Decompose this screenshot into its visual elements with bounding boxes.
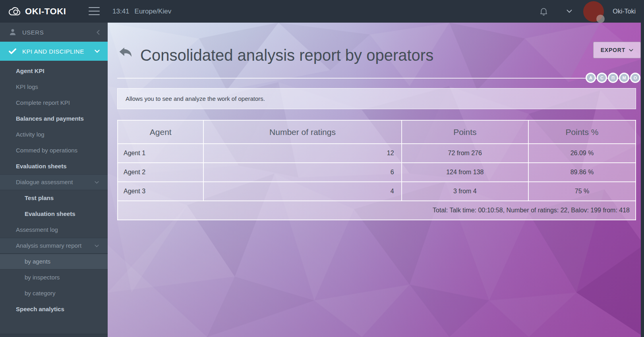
chevron-down-icon	[95, 238, 99, 253]
sidebar-item-test-plans[interactable]: Test plans	[0, 190, 108, 206]
sidebar-item-speech-analytics[interactable]: Speech analytics	[0, 301, 108, 317]
sidebar-item-activity-log[interactable]: Activity log	[0, 127, 108, 143]
sidebar-item-label: Complete report KPI	[16, 99, 70, 106]
sidebar-item-label: Evaluation sheets	[16, 163, 67, 169]
cell-agent: Agent 1	[118, 144, 203, 163]
sidebar-item-label: Commed by operations	[16, 147, 77, 154]
time-text: 13:41	[112, 8, 130, 15]
info-banner: Allows you to see and analyze the work o…	[117, 88, 636, 109]
sidebar-section-users[interactable]: USERS	[0, 23, 108, 42]
sidebar-item-label: by category	[25, 290, 56, 297]
account-menu-chevron-icon[interactable]	[567, 10, 572, 13]
cell-points: 124 from 138	[402, 163, 528, 182]
cell-agent: Agent 2	[118, 163, 203, 182]
section-badge-o[interactable]: O	[630, 73, 640, 83]
sidebar-item-label: Assessment log	[16, 226, 58, 233]
table-row: Agent 2 6 124 from 138 89.86 %	[118, 163, 636, 182]
sidebar-item-label: Balances and payments	[16, 115, 84, 122]
section-badges: A C П M O	[586, 73, 640, 83]
main-content: Consolidated analysis report by operator…	[108, 23, 644, 337]
cell-agent: Agent 3	[118, 182, 203, 201]
section-badge-p[interactable]: П	[608, 73, 618, 83]
sidebar-section-label: KPI AND DISCIPLINE	[22, 48, 84, 55]
section-badge-c[interactable]: C	[597, 73, 607, 83]
col-header-number-of-ratings: Number of ratings	[203, 120, 401, 144]
app-root: OKI-TOKI 13:41 Europe/Kiev Oki-Toki	[0, 0, 644, 337]
sidebar-section-kpi-and-discipline[interactable]: KPI AND DISCIPLINE	[0, 42, 108, 61]
sidebar-item-balances-and-payments[interactable]: Balances and payments	[0, 111, 108, 127]
table-footer-total: Total: Talk time: 00:10:58, Number of ra…	[118, 201, 636, 220]
cell-number-of-ratings: 6	[203, 163, 401, 182]
back-arrow-icon	[119, 47, 132, 59]
sidebar-item-analysis-summary-report[interactable]: Analysis summary report	[0, 238, 108, 254]
sidebar-bottom-divider	[0, 334, 108, 337]
report-table: Agent Number of ratings Points Points % …	[117, 120, 636, 220]
report-page: Consolidated analysis report by operator…	[117, 23, 636, 337]
sidebar-item-evaluation-sheets[interactable]: Evaluation sheets	[0, 158, 108, 174]
chevron-left-icon	[97, 30, 100, 35]
notifications-bell-icon[interactable]	[539, 7, 548, 16]
chevron-down-icon	[95, 175, 99, 190]
section-badge-m[interactable]: M	[619, 73, 629, 83]
timezone-text: Europe/Kiev	[135, 8, 172, 15]
col-header-points: Points	[402, 120, 528, 144]
user-icon	[9, 28, 17, 36]
right-edge-strip	[641, 23, 644, 337]
brand-logo[interactable]: OKI-TOKI	[8, 0, 66, 23]
title-divider	[117, 78, 636, 79]
table-row: Agent 3 4 3 from 4 75 %	[118, 182, 636, 201]
page-title: Consolidated analysis report by operator…	[140, 45, 433, 65]
table-row: Agent 1 12 72 from 276 26.09 %	[118, 144, 636, 163]
sidebar-item-label: by agents	[25, 258, 50, 265]
table-footer-row: Total: Talk time: 00:10:58, Number of ra…	[118, 201, 636, 220]
col-header-agent: Agent	[118, 120, 203, 144]
avatar[interactable]	[583, 1, 604, 22]
sidebar-item-by-category[interactable]: by category	[0, 285, 108, 301]
account-name[interactable]: Oki-Toki	[613, 8, 636, 15]
sidebar: USERS KPI AND DISCIPLINE Agent KPI KPI l…	[0, 23, 108, 337]
cell-number-of-ratings: 12	[203, 144, 401, 163]
sidebar-item-label: Activity log	[16, 131, 44, 138]
info-banner-text: Allows you to see and analyze the work o…	[118, 95, 265, 102]
sidebar-item-label: KPI logs	[16, 83, 38, 90]
check-icon	[9, 48, 16, 54]
export-button[interactable]: EXPORT	[593, 42, 641, 58]
export-button-label: EXPORT	[601, 47, 625, 53]
sidebar-item-label: Test plans	[25, 194, 54, 201]
cell-points-percent: 26.09 %	[528, 144, 636, 163]
sidebar-item-evaluation-sheets-sub[interactable]: Evaluation sheets	[0, 206, 108, 222]
cell-points-percent: 89.86 %	[528, 163, 636, 182]
sidebar-item-label: Dialogue assessment	[16, 179, 73, 185]
sidebar-section-label: USERS	[22, 29, 44, 36]
sidebar-item-label: Agent KPI	[16, 67, 44, 74]
cell-number-of-ratings: 4	[203, 182, 401, 201]
cell-points-percent: 75 %	[528, 182, 636, 201]
menu-toggle-button[interactable]	[89, 7, 100, 15]
col-header-points-percent: Points %	[528, 120, 636, 144]
chevron-down-icon	[95, 50, 100, 53]
chevron-down-icon	[629, 49, 633, 52]
sidebar-item-by-agents[interactable]: by agents	[0, 254, 108, 270]
table-header-row: Agent Number of ratings Points Points %	[118, 120, 636, 144]
sidebar-item-label: Analysis summary report	[16, 242, 81, 249]
sidebar-item-dialogue-assessment[interactable]: Dialogue assessment	[0, 174, 108, 190]
brand-name: OKI-TOKI	[25, 6, 66, 17]
back-button[interactable]	[119, 47, 132, 59]
clock: 13:41 Europe/Kiev	[112, 0, 171, 23]
sidebar-item-label: Evaluation sheets	[25, 210, 75, 217]
sidebar-item-by-inspectors[interactable]: by inspectors	[0, 270, 108, 285]
sidebar-item-commed-by-operations[interactable]: Commed by operations	[0, 143, 108, 158]
sidebar-item-agent-kpi[interactable]: Agent KPI	[0, 63, 108, 79]
sidebar-item-label: by inspectors	[25, 274, 60, 281]
cell-points: 72 from 276	[402, 144, 528, 163]
topbar-right: Oki-Toki	[539, 0, 636, 23]
sidebar-item-assessment-log[interactable]: Assessment log	[0, 222, 108, 238]
cloud-logo-icon	[8, 7, 21, 16]
section-badge-a[interactable]: A	[586, 73, 596, 83]
sidebar-item-complete-report-kpi[interactable]: Complete report KPI	[0, 95, 108, 111]
sidebar-menu: Agent KPI KPI logs Complete report KPI B…	[0, 61, 108, 317]
sidebar-item-label: Speech analytics	[16, 306, 64, 312]
cell-points: 3 from 4	[402, 182, 528, 201]
sidebar-item-kpi-logs[interactable]: KPI logs	[0, 79, 108, 95]
topbar: OKI-TOKI 13:41 Europe/Kiev Oki-Toki	[0, 0, 644, 23]
